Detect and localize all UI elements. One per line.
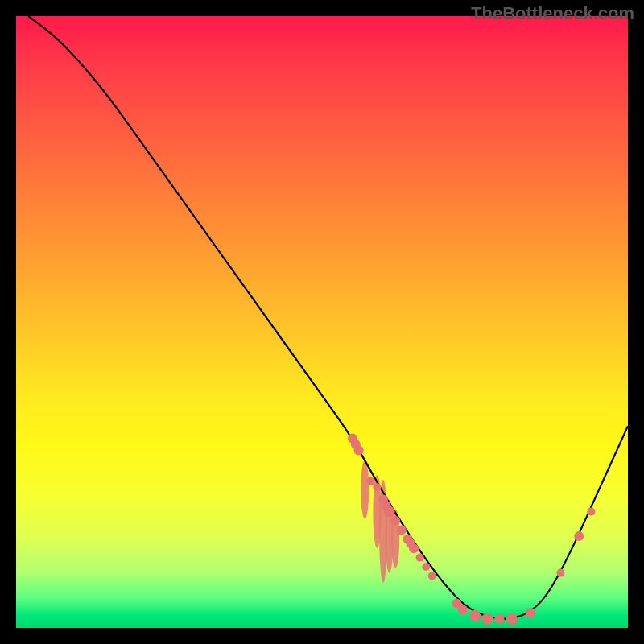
data-marker — [506, 613, 518, 625]
data-marker — [574, 531, 584, 541]
data-marker — [373, 483, 381, 491]
bottleneck-curve — [28, 16, 628, 619]
data-marker — [494, 614, 504, 624]
data-marker — [409, 543, 419, 553]
data-marker — [481, 613, 493, 625]
svg-point-0 — [361, 460, 369, 519]
data-marker — [416, 554, 424, 562]
data-marker — [384, 506, 395, 518]
attribution-text: TheBottleneck.com — [471, 3, 634, 24]
data-marker — [525, 608, 535, 617]
data-marker — [587, 508, 595, 516]
data-marker — [556, 569, 564, 577]
chart-container — [16, 16, 628, 628]
data-marker — [367, 477, 375, 485]
data-marker — [397, 525, 407, 535]
data-marker — [354, 446, 364, 456]
chart-svg — [16, 16, 628, 628]
data-marker — [390, 516, 400, 526]
data-marker — [428, 572, 436, 580]
data-marker — [458, 605, 468, 614]
data-marker — [422, 563, 430, 571]
data-marker — [469, 610, 481, 621]
